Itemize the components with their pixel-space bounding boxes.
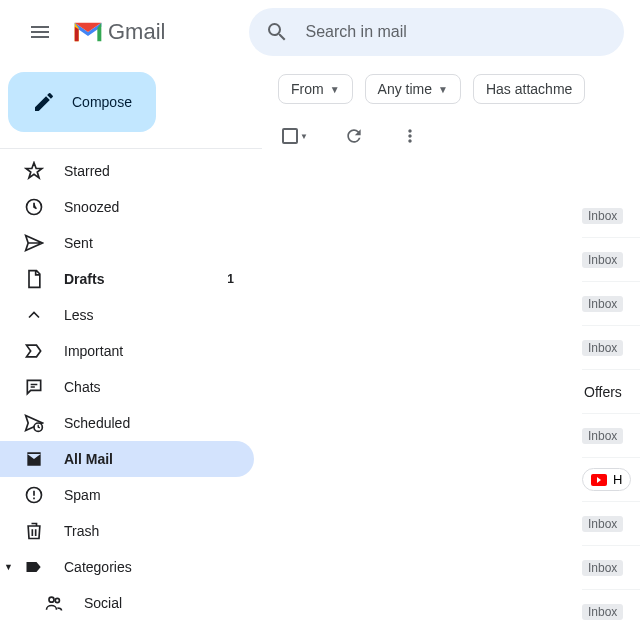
inbox-tag: Inbox: [582, 428, 623, 444]
sidebar-item-label: Sent: [64, 235, 93, 251]
count-badge: 1: [227, 272, 234, 286]
search-icon: [265, 20, 289, 44]
gmail-m-icon: [72, 20, 104, 44]
youtube-icon: [591, 474, 607, 486]
mail-icon: [24, 449, 44, 469]
sidebar-item-label: Trash: [64, 523, 99, 539]
star-icon: [24, 161, 44, 181]
chip-label: Any time: [378, 81, 432, 97]
mail-row[interactable]: Inbox: [582, 502, 640, 546]
mail-row[interactable]: Inbox: [582, 326, 640, 370]
sidebar-item-label: Chats: [64, 379, 101, 395]
caret-down-icon: ▼: [4, 562, 13, 572]
offers-label: Offers: [584, 384, 622, 400]
main: Compose StarredSnoozedSentDrafts1LessImp…: [0, 64, 640, 624]
sidebar-item-label: Categories: [64, 559, 132, 575]
chip-label: Has attachme: [486, 81, 572, 97]
mail-row-offers[interactable]: Offers: [582, 370, 640, 414]
chevron-down-icon: ▼: [300, 132, 308, 141]
mail-row[interactable]: Inbox: [582, 414, 640, 458]
search-bar[interactable]: [249, 8, 624, 56]
mail-list: Inbox Inbox Inbox Inbox Offers Inbox H I…: [582, 194, 640, 624]
sidebar-item-sent[interactable]: Sent: [0, 225, 254, 261]
sidebar-item-important[interactable]: Important: [0, 333, 254, 369]
mail-row[interactable]: Inbox: [582, 238, 640, 282]
header: Gmail: [0, 0, 640, 64]
sidebar-item-less[interactable]: Less: [0, 297, 254, 333]
sidebar-item-drafts[interactable]: Drafts1: [0, 261, 254, 297]
nav-list: StarredSnoozedSentDrafts1LessImportantCh…: [0, 148, 262, 621]
filter-chip-any-time[interactable]: Any time▼: [365, 74, 461, 104]
chat-icon: [24, 377, 44, 397]
chip-label: From: [291, 81, 324, 97]
sidebar: Compose StarredSnoozedSentDrafts1LessImp…: [0, 64, 262, 624]
sidebar-item-spam[interactable]: Spam: [0, 477, 254, 513]
mail-toolbar: ▼: [262, 114, 640, 159]
compose-label: Compose: [72, 94, 132, 110]
chevron-down-icon: ▼: [330, 84, 340, 95]
sidebar-item-all-mail[interactable]: All Mail: [0, 441, 254, 477]
search-input[interactable]: [305, 23, 608, 41]
sidebar-item-trash[interactable]: Trash: [0, 513, 254, 549]
sidebar-item-label: Drafts: [64, 271, 104, 287]
sidebar-item-label: Social: [84, 595, 122, 611]
people-icon: [44, 593, 64, 613]
sidebar-item-label: Less: [64, 307, 94, 323]
important-icon: [24, 341, 44, 361]
sidebar-item-label: Scheduled: [64, 415, 130, 431]
sidebar-item-label: Snoozed: [64, 199, 119, 215]
mail-row-youtube[interactable]: H: [582, 458, 640, 502]
pencil-icon: [32, 90, 56, 114]
sidebar-item-label: Spam: [64, 487, 101, 503]
filter-chip-has-attachme[interactable]: Has attachme: [473, 74, 585, 104]
send-icon: [24, 233, 44, 253]
inbox-tag: Inbox: [582, 252, 623, 268]
sidebar-item-starred[interactable]: Starred: [0, 153, 254, 189]
sidebar-item-scheduled[interactable]: Scheduled: [0, 405, 254, 441]
file-icon: [24, 269, 44, 289]
mail-row[interactable]: Inbox: [582, 590, 640, 624]
compose-button[interactable]: Compose: [8, 72, 156, 132]
filter-chips: From▼Any time▼Has attachme: [262, 64, 640, 114]
spam-icon: [24, 485, 44, 505]
checkbox-icon: [282, 128, 298, 144]
tag-icon: [24, 557, 44, 577]
sidebar-item-label: All Mail: [64, 451, 113, 467]
mail-row[interactable]: Inbox: [582, 546, 640, 590]
inbox-tag: Inbox: [582, 516, 623, 532]
inbox-tag: Inbox: [582, 604, 623, 620]
clock-icon: [24, 197, 44, 217]
inbox-tag: Inbox: [582, 340, 623, 356]
hamburger-icon: [28, 20, 52, 44]
sidebar-item-label: Starred: [64, 163, 110, 179]
mail-row[interactable]: Inbox: [582, 282, 640, 326]
sidebar-item-chats[interactable]: Chats: [0, 369, 254, 405]
youtube-chip: H: [582, 468, 631, 491]
refresh-button[interactable]: [344, 126, 364, 146]
mail-row[interactable]: Inbox: [582, 194, 640, 238]
inbox-tag: Inbox: [582, 560, 623, 576]
gmail-wordmark: Gmail: [108, 19, 165, 45]
sidebar-item-label: Important: [64, 343, 123, 359]
filter-chip-from[interactable]: From▼: [278, 74, 353, 104]
more-button[interactable]: [400, 126, 420, 146]
sidebar-item-social[interactable]: Social: [0, 585, 254, 621]
svg-point-3: [49, 597, 54, 602]
gmail-logo[interactable]: Gmail: [72, 19, 165, 45]
chevron-down-icon: ▼: [438, 84, 448, 95]
inbox-tag: Inbox: [582, 208, 623, 224]
svg-point-4: [55, 598, 59, 602]
sidebar-item-snoozed[interactable]: Snoozed: [0, 189, 254, 225]
chevron-up-icon: [24, 305, 44, 325]
trash-icon: [24, 521, 44, 541]
inbox-tag: Inbox: [582, 296, 623, 312]
select-all-checkbox[interactable]: ▼: [282, 128, 308, 144]
sidebar-item-categories[interactable]: ▼Categories: [0, 549, 254, 585]
content-area: From▼Any time▼Has attachme ▼ Inbox Inbox…: [262, 64, 640, 624]
scheduled-icon: [24, 413, 44, 433]
main-menu-button[interactable]: [16, 8, 64, 56]
